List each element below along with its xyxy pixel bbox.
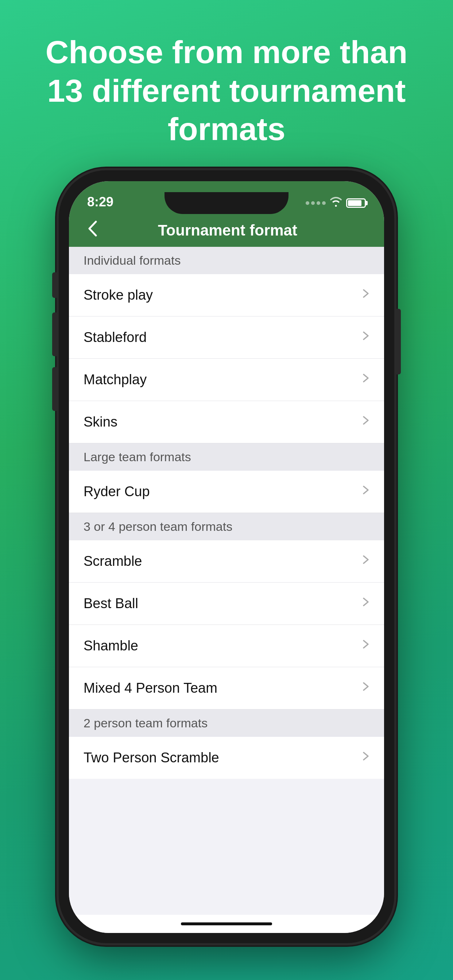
chevron-down-icon [362, 372, 370, 387]
list-item[interactable]: Mixed 4 Person Team [69, 667, 384, 710]
content-area: Individual formatsStroke play Stableford… [69, 247, 384, 915]
back-button[interactable] [83, 216, 101, 244]
signal-dot-1 [306, 201, 309, 205]
home-indicator [69, 915, 384, 933]
section-header-large-team: Large team formats [69, 443, 384, 471]
section-header-individual: Individual formats [69, 247, 384, 274]
list-item-label: Scramble [83, 554, 142, 569]
list-item-label: Stableford [83, 329, 147, 345]
phone-bezel: 8:29 [59, 170, 394, 943]
chevron-down-icon [362, 750, 370, 765]
list-item-label: Stroke play [83, 287, 153, 303]
chevron-down-icon [362, 288, 370, 302]
home-bar [181, 923, 272, 925]
notch [164, 192, 289, 214]
list-item[interactable]: Stroke play [69, 274, 384, 317]
power-button [394, 309, 401, 374]
navigation-bar: Tournament format [69, 214, 384, 247]
list-item[interactable]: Two Person Scramble [69, 737, 384, 779]
chevron-down-icon [362, 484, 370, 499]
chevron-down-icon [362, 330, 370, 345]
list-item-label: Matchplay [83, 372, 147, 388]
list-item-label: Best Ball [83, 596, 138, 611]
chevron-down-icon [362, 554, 370, 568]
phone-device: 8:29 [59, 170, 394, 943]
list-item[interactable]: Ryder Cup [69, 471, 384, 513]
signal-dot-2 [311, 201, 315, 205]
list-item-label: Mixed 4 Person Team [83, 680, 217, 696]
list-item-label: Shamble [83, 638, 138, 654]
nav-title: Tournament format [105, 222, 351, 239]
phone-screen: 8:29 [69, 181, 384, 933]
signal-indicator [306, 201, 326, 205]
chevron-down-icon [362, 638, 370, 653]
list-item[interactable]: Scramble [69, 540, 384, 582]
hero-title: Choose from more than 13 different tourn… [0, 0, 453, 170]
list-item[interactable]: Skins [69, 401, 384, 443]
signal-dot-3 [317, 201, 320, 205]
list-item-label: Two Person Scramble [83, 750, 219, 765]
volume-silent-button [52, 272, 59, 298]
signal-dot-4 [322, 201, 326, 205]
status-time: 8:29 [87, 194, 113, 210]
chevron-down-icon [362, 415, 370, 429]
chevron-down-icon [362, 681, 370, 695]
wifi-icon [330, 197, 342, 210]
volume-up-button [52, 312, 59, 356]
list-item[interactable]: Stableford [69, 317, 384, 359]
battery-icon [346, 198, 366, 208]
list-item[interactable]: Best Ball [69, 582, 384, 625]
hero-section: Choose from more than 13 different tourn… [0, 0, 453, 170]
list-item-label: Ryder Cup [83, 484, 150, 500]
section-header-3-4-person: 3 or 4 person team formats [69, 513, 384, 540]
chevron-down-icon [362, 596, 370, 611]
list-item-label: Skins [83, 414, 118, 430]
list-item[interactable]: Matchplay [69, 359, 384, 401]
status-icons [306, 197, 366, 210]
volume-down-button [52, 367, 59, 411]
battery-fill [348, 200, 362, 206]
list-item[interactable]: Shamble [69, 625, 384, 667]
section-header-2-person: 2 person team formats [69, 710, 384, 737]
